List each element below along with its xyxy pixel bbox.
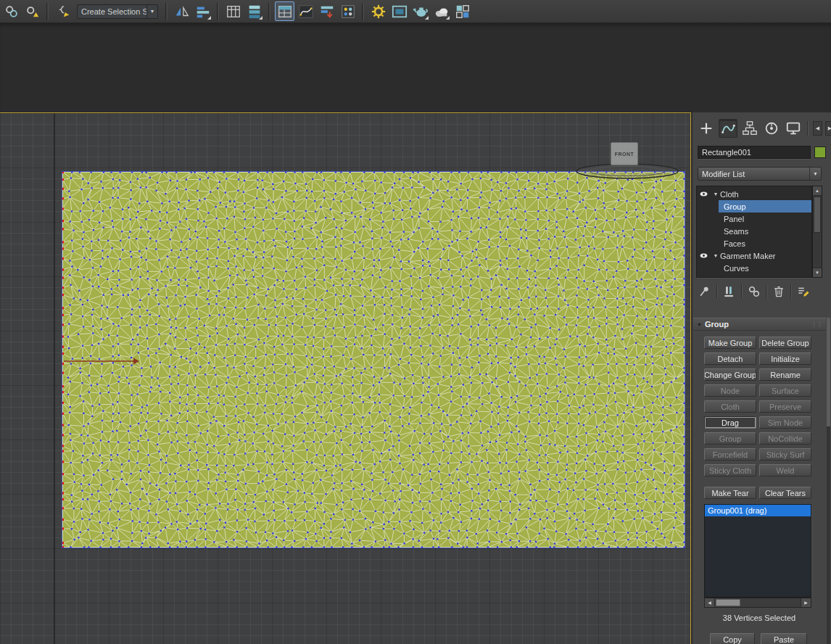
modifier-visibility-icon[interactable] [699, 189, 711, 199]
material-editor-button[interactable] [338, 1, 357, 21]
named-selection-set-dropdown[interactable]: Create Selection Se▼ [77, 4, 158, 19]
select-and-link-icon [4, 4, 20, 20]
remove-modifier-icon [772, 284, 786, 299]
unlink-selection-button[interactable] [22, 1, 42, 21]
view-orientation-gizmo[interactable]: FRONT [573, 141, 682, 189]
bind-to-space-warp-button[interactable] [53, 1, 73, 21]
rollout-grip-icon: ⋮⋮ [811, 321, 822, 328]
layer-manager-icon [226, 4, 241, 20]
initialize-button[interactable]: Initialize [759, 352, 811, 365]
stack-item-panel[interactable]: Panel [697, 212, 811, 225]
group-button: Group [704, 432, 756, 445]
stack-item-group[interactable]: Group [697, 200, 811, 212]
scene-explorer-button[interactable] [244, 1, 264, 21]
stack-item-cloth[interactable]: ▼Cloth [697, 188, 811, 200]
stack-item-curves[interactable]: Curves [697, 262, 811, 274]
align-button[interactable] [193, 1, 212, 21]
modifier-list-dropdown[interactable]: Modifier List ▼ [698, 167, 822, 181]
front-viewport[interactable]: FRONT [0, 112, 691, 644]
command-panel-scrollbar-thumb[interactable] [827, 318, 830, 426]
curve-editor-icon [298, 4, 314, 20]
render-production-button[interactable] [410, 1, 430, 21]
panel-collapse-left-icon[interactable]: ◀ [813, 121, 822, 136]
modifier-visibility-icon[interactable] [699, 251, 711, 260]
rename-button[interactable]: Rename [759, 368, 811, 381]
chevron-down-icon[interactable]: ▼ [146, 5, 157, 18]
main-toolbar: Create Selection Se▼ [0, 0, 831, 23]
create-tab-button[interactable] [697, 119, 716, 138]
bind-to-space-warp-icon [55, 4, 71, 20]
mirror-icon [174, 4, 190, 20]
scroll-right-icon[interactable]: ▶ [801, 598, 811, 607]
dope-sheet-button[interactable] [317, 1, 336, 21]
pin-stack-button[interactable] [695, 284, 714, 300]
panel-expand-right-icon[interactable]: ▶ [825, 121, 831, 136]
remove-modifier-button[interactable] [769, 284, 788, 300]
modifier-label: Garment Maker [720, 252, 775, 260]
make-unique-icon [747, 284, 761, 299]
scroll-left-icon[interactable]: ◀ [705, 598, 715, 607]
make-group-button[interactable]: Make Group [704, 337, 756, 349]
weld-button: Weld [759, 464, 811, 476]
group-list-hscrollbar[interactable]: ◀ ▶ [704, 598, 811, 608]
make-tear-button[interactable]: Make Tear [704, 487, 756, 499]
hscroll-thumb[interactable] [716, 599, 740, 606]
layer-explorer-button[interactable] [275, 1, 294, 21]
object-color-swatch[interactable] [814, 146, 826, 158]
command-panel-scrollbar[interactable] [827, 318, 830, 644]
display-tab-button[interactable] [784, 119, 803, 138]
group-list[interactable]: Group001 (drag) [704, 504, 811, 598]
modify-tab-button[interactable] [719, 119, 737, 138]
hierarchy-tab-button[interactable] [740, 119, 759, 138]
stack-item-seams[interactable]: Seams [697, 225, 811, 237]
a360-gallery-button[interactable] [452, 1, 472, 21]
workspace-background [0, 23, 831, 112]
scroll-down-icon[interactable]: ▼ [813, 268, 822, 277]
command-panel: ◀▶ Rectangle001 Modifier List ▼ ▼ClothGr… [692, 112, 831, 644]
detach-button[interactable]: Detach [704, 352, 756, 365]
selection-status: 38 Vertices Selected [692, 614, 826, 622]
mirror-button[interactable] [172, 1, 191, 21]
chevron-down-icon[interactable]: ▼ [809, 168, 821, 180]
subobject-label: Curves [724, 264, 749, 273]
layer-manager-button[interactable] [223, 1, 243, 21]
delete-group-button[interactable]: Delete Group [759, 337, 811, 349]
modifier-stack-scrollbar[interactable]: ▲ ▼ [812, 186, 822, 278]
rendered-frame-window-button[interactable] [389, 1, 409, 21]
expand-triangle-icon[interactable]: ▼ [711, 253, 720, 258]
stack-item-faces[interactable]: Faces [697, 237, 811, 249]
curve-editor-button[interactable] [296, 1, 315, 21]
copy-button[interactable]: Copy [710, 633, 755, 644]
change-group-button[interactable]: Change Group [704, 368, 756, 381]
object-name-field[interactable]: Rectangle001 [698, 146, 811, 159]
render-in-cloud-button[interactable] [431, 1, 451, 21]
stack-item-garment-maker[interactable]: ▼Garment Maker [697, 249, 811, 262]
scrollbar-thumb[interactable] [814, 197, 821, 233]
show-end-result-button[interactable] [720, 284, 739, 300]
group-rollout-header[interactable]: ▼ Group ⋮⋮ [693, 318, 826, 331]
layer-explorer-icon [277, 4, 293, 20]
selection-set-label: Create Selection Se [78, 7, 146, 16]
panel-tab-separator [807, 121, 809, 136]
clear-tears-button[interactable]: Clear Tears [759, 487, 811, 499]
configure-modifier-sets-button[interactable] [794, 284, 813, 300]
cloth-object-mesh[interactable] [62, 171, 685, 548]
render-setup-button[interactable] [368, 1, 388, 21]
modifier-stack: ▼ClothGroupPanelSeamsFaces▼Garment Maker… [696, 186, 812, 278]
make-unique-button[interactable] [745, 284, 764, 300]
group-buttons-grid: Make GroupDelete GroupDetachInitializeCh… [704, 337, 811, 476]
modifier-list-label: Modifier List [698, 170, 809, 178]
motion-tab-button[interactable] [762, 119, 781, 138]
stack-tool-separator [790, 285, 792, 298]
toolbar-icon-row: Create Selection Se▼ [0, 0, 472, 22]
expand-triangle-icon[interactable]: ▼ [711, 191, 720, 197]
stack-tool-separator [716, 285, 718, 298]
display-tab-icon [785, 120, 801, 136]
group-list-item[interactable]: Group001 (drag) [705, 505, 811, 516]
scroll-up-icon[interactable]: ▲ [813, 186, 822, 196]
paste-button[interactable]: Paste [761, 633, 807, 644]
a360-gallery-icon [455, 4, 471, 20]
gizmo-front-face[interactable]: FRONT [611, 142, 638, 165]
select-and-link-button[interactable] [1, 1, 21, 21]
drag-button[interactable]: Drag [704, 416, 756, 429]
